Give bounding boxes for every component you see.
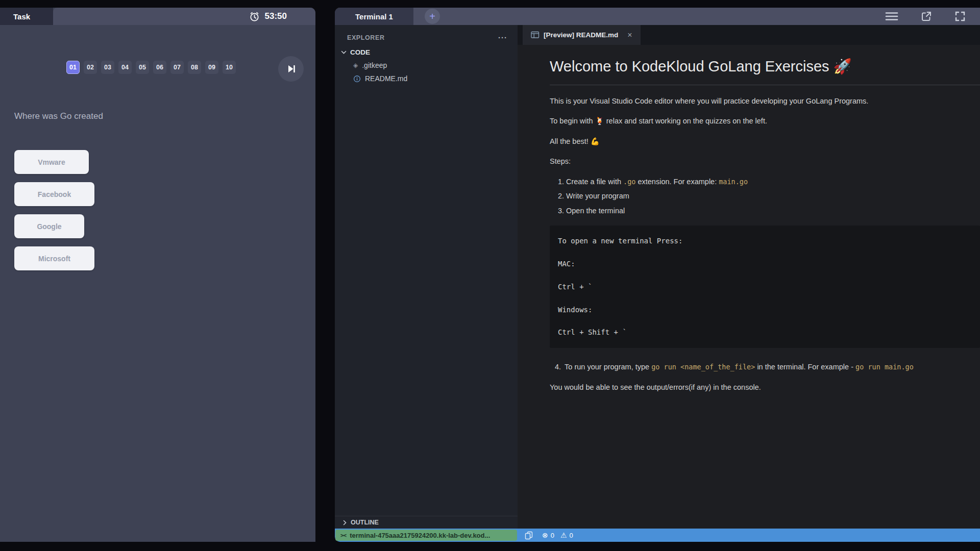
close-icon: × <box>627 31 632 39</box>
close-tab-button[interactable]: × <box>627 31 632 39</box>
question-chip-03[interactable]: 03 <box>101 61 114 74</box>
question-chip-08[interactable]: 08 <box>188 61 201 74</box>
readme-step-2: Write your program <box>566 190 980 202</box>
question-chip-02[interactable]: 02 <box>84 61 97 74</box>
editor-tab-readme-preview[interactable]: [Preview] README.md × <box>523 25 641 45</box>
menu-button[interactable] <box>885 12 898 21</box>
open-in-new-tab-button[interactable] <box>921 11 932 22</box>
file-row-readme[interactable]: README.md <box>335 72 518 85</box>
error-count: 0 <box>551 532 554 539</box>
option-microsoft[interactable]: Microsoft <box>14 246 94 270</box>
question-chip-05[interactable]: 05 <box>136 61 149 74</box>
file-name: .gitkeep <box>362 61 387 69</box>
open-in-new-icon <box>921 11 932 22</box>
question-chip-04[interactable]: 04 <box>118 61 132 74</box>
readme-title: Welcome to KodeKloud GoLang Exercises 🚀 <box>550 55 980 85</box>
plus-icon: + <box>429 11 435 21</box>
topbar-icons <box>885 11 966 22</box>
remote-host-name: terminal-475aaa2175924200.kk-lab-dev.kod… <box>350 532 490 539</box>
vscode-body: EXPLORER ··· CODE ◈ .gitkeep <box>335 25 980 529</box>
fullscreen-icon <box>954 11 966 22</box>
readme-outro: You would be able to see the output/erro… <box>550 382 980 393</box>
ellipsis-icon: ··· <box>498 33 507 42</box>
readme-preview-content: Welcome to KodeKloud GoLang Exercises 🚀 … <box>518 45 980 529</box>
question-chip-06[interactable]: 06 <box>153 61 166 74</box>
question-chip-07[interactable]: 07 <box>170 61 184 74</box>
readme-paragraph: To begin with 🍹 relax and start working … <box>550 115 980 127</box>
explorer-sidebar: EXPLORER ··· CODE ◈ .gitkeep <box>335 25 518 529</box>
terminal-tab-bar: Terminal 1 + <box>335 8 980 25</box>
inline-code: main.go <box>719 178 748 186</box>
problems-errors[interactable]: ⊗ 0 <box>542 532 554 539</box>
remote-host-indicator[interactable]: >< terminal-475aaa2175924200.kk-lab-dev.… <box>335 530 517 541</box>
copy-host-button[interactable] <box>525 531 533 540</box>
explorer-title: EXPLORER <box>347 34 385 41</box>
task-tab-label: Task <box>13 12 30 21</box>
terminal-tab-label: Terminal 1 <box>355 12 393 21</box>
option-vmware[interactable]: Vmware <box>14 150 89 174</box>
remote-icon: >< <box>340 532 346 539</box>
readme-code-block: To open a new terminal Press: MAC: Ctrl … <box>550 226 980 348</box>
folder-row-code[interactable]: CODE <box>335 46 518 59</box>
skip-next-button[interactable] <box>278 56 304 82</box>
diamond-icon: ◈ <box>353 62 358 69</box>
warning-count: 0 <box>570 532 573 539</box>
quiz-question: Where was Go created <box>14 111 103 121</box>
editor-area: [Preview] README.md × Welcome to KodeKlo… <box>518 25 980 529</box>
file-name: README.md <box>365 74 407 83</box>
readme-steps-list: Create a file with .go extension. For ex… <box>550 176 980 216</box>
info-icon <box>353 75 361 83</box>
terminal-tab[interactable]: Terminal 1 <box>335 8 413 25</box>
outline-section[interactable]: OUTLINE <box>335 516 518 529</box>
quiz-panel: Task 53:50 01 02 03 04 05 06 07 <box>0 8 315 542</box>
option-facebook[interactable]: Facebook <box>14 182 94 206</box>
inline-code: .go <box>623 178 635 186</box>
file-row-gitkeep[interactable]: ◈ .gitkeep <box>335 59 518 72</box>
answer-options: Vmware Facebook Google Microsoft <box>14 150 94 279</box>
explorer-actions-button[interactable]: ··· <box>498 33 507 42</box>
chevron-right-icon <box>343 520 347 525</box>
markdown-preview-icon <box>531 31 540 39</box>
error-icon: ⊗ <box>542 532 548 539</box>
option-google[interactable]: Google <box>14 214 84 238</box>
task-tab[interactable]: Task <box>0 8 53 25</box>
readme-paragraph: All the best! 💪 <box>550 136 980 147</box>
skip-next-icon <box>285 63 297 75</box>
new-terminal-button[interactable]: + <box>425 9 440 24</box>
editor-tab-label: [Preview] README.md <box>544 31 618 39</box>
question-chip-01[interactable]: 01 <box>66 61 80 74</box>
inline-code: go run main.go <box>855 363 914 371</box>
copy-icon <box>525 531 533 540</box>
readme-step-1: Create a file with .go extension. For ex… <box>566 176 980 187</box>
question-number-list: 01 02 03 04 05 06 07 08 09 10 <box>66 61 236 74</box>
readme-step-3: Open the terminal <box>566 205 980 216</box>
problems-warnings[interactable]: ⚠ 0 <box>560 532 573 539</box>
inline-code: go run <name_of_the_file> <box>651 363 755 371</box>
status-bar: >< terminal-475aaa2175924200.kk-lab-dev.… <box>335 529 980 542</box>
editor-tab-bar: [Preview] README.md × <box>518 25 980 45</box>
question-chip-09[interactable]: 09 <box>205 61 218 74</box>
hamburger-icon <box>885 12 898 21</box>
timer: 53:50 <box>249 11 287 22</box>
readme-paragraph: This is your Visual Studio Code editor w… <box>550 95 980 107</box>
outline-label: OUTLINE <box>351 519 379 526</box>
sidebar-spacer <box>335 85 518 516</box>
quiz-header: Task 53:50 <box>0 8 315 25</box>
chevron-down-icon <box>341 51 347 55</box>
vscode-panel: Terminal 1 + <box>335 8 980 542</box>
explorer-header: EXPLORER ··· <box>335 25 518 46</box>
folder-name: CODE <box>350 48 370 56</box>
quiz-header-bar: 53:50 <box>53 8 315 25</box>
fullscreen-button[interactable] <box>954 11 966 22</box>
warning-icon: ⚠ <box>560 532 567 539</box>
alarm-clock-icon <box>249 11 260 22</box>
timer-value: 53:50 <box>265 11 287 21</box>
question-chip-10[interactable]: 10 <box>223 61 236 74</box>
readme-paragraph: Steps: <box>550 156 980 167</box>
readme-step-4: 4.To run your program, type go run <name… <box>555 361 980 372</box>
